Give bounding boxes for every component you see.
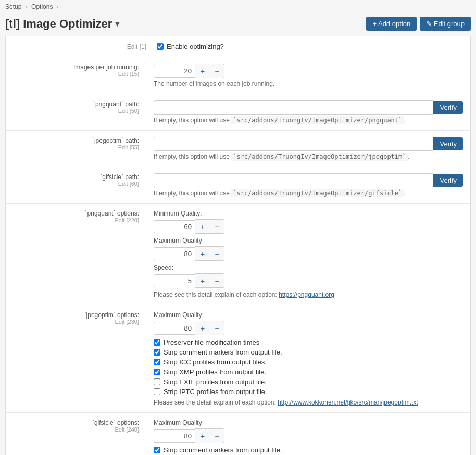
jpegoptim-help-link[interactable]: http://www.kokkonen.net/tjko/src/man/jpe… [278, 399, 418, 406]
pngquant-min-minus[interactable]: − [210, 219, 224, 234]
gifsicle-path-verify[interactable]: Verify [433, 174, 463, 187]
gifsicle-options-content: Maximum Quality: + − Strip comment marke… [146, 413, 470, 455]
jpegoptim-path-row: `jpegoptim` path: Edit [55] Verify If em… [6, 131, 470, 167]
pngquant-help-link[interactable]: https://pngquant.org [279, 291, 334, 298]
gifsicle-options-label: `gifsicle` options: [11, 419, 139, 426]
jpegoptim-max-plus[interactable]: + [195, 321, 210, 335]
jpegoptim-help: Please see the detail explain of each op… [154, 399, 463, 406]
gifsicle-options-edit[interactable]: Edit [240] [11, 426, 139, 433]
edit-group-button[interactable]: ✎ Edit group [420, 17, 471, 31]
jpegoptim-path-verify[interactable]: Verify [433, 137, 463, 150]
jpegoptim-cb-2-input[interactable] [154, 349, 160, 356]
pngquant-options-edit[interactable]: Edit [220] [11, 217, 139, 223]
gifsicle-max-minus[interactable]: − [210, 428, 224, 443]
images-per-job-input[interactable]: 20 [154, 65, 195, 78]
jpegoptim-options-row: `jpegoptim` options: Edit [230] Maximum … [6, 305, 470, 413]
pngquant-path-content: Verify If empty, this option will use `s… [146, 94, 470, 130]
enable-optimizing-checkbox[interactable] [157, 43, 164, 50]
jpegoptim-cb-6-input[interactable] [154, 388, 160, 395]
pngquant-options-label-col: `pngquant` options: Edit [220] [6, 204, 146, 305]
pngquant-max-quality-input[interactable] [154, 247, 195, 260]
jpegoptim-options-label: `jpegoptim` options: [11, 311, 139, 319]
jpegoptim-cb-6: Strip IPTC profiles from output file. [154, 388, 463, 396]
pngquant-path-edit[interactable]: Edit [50] [11, 108, 139, 114]
gifsicle-path-label: `gifsicle` path: [11, 173, 139, 181]
jpegoptim-max-quality-input[interactable] [154, 322, 195, 335]
jpegoptim-cb-1-label: Preserver file modification times [164, 338, 259, 346]
images-per-job-plus[interactable]: + [195, 64, 210, 78]
gifsicle-checkboxes: Strip comment markers from output file. … [154, 446, 463, 455]
jpegoptim-max-quality-label: Maximum Quality: [154, 311, 463, 319]
images-per-job-input-group: 20 + − [154, 64, 463, 78]
pngquant-speed-minus[interactable]: − [210, 273, 224, 288]
jpegoptim-cb-5: Strip EXIF profiles from output file. [154, 378, 463, 386]
jpegoptim-cb-1-input[interactable] [154, 339, 160, 346]
jpegoptim-cb-5-label: Strip EXIF profiles from output file. [164, 378, 267, 386]
pngquant-help: Please see this detail explain of each o… [154, 291, 463, 298]
pngquant-min-quality-input[interactable] [154, 220, 195, 233]
page-header: [tl] Image Optimizer ▾ + Add option ✎ Ed… [0, 14, 476, 36]
pngquant-max-plus[interactable]: + [195, 246, 210, 261]
pngquant-options-row: `pngquant` options: Edit [220] Minimum Q… [6, 204, 470, 305]
jpegoptim-options-label-col: `jpegoptim` options: Edit [230] [6, 305, 146, 412]
gifsicle-options-label-col: `gifsicle` options: Edit [240] [6, 413, 146, 455]
pngquant-options-label: `pngquant` options: [11, 210, 139, 217]
jpegoptim-cb-2-label: Strip comment markers from output file. [164, 348, 282, 356]
pngquant-path-help: If empty, this option will use `src/addo… [154, 117, 463, 124]
jpegoptim-cb-4: Strip XMP profiles from output file. [154, 368, 463, 376]
add-option-button[interactable]: + Add option [366, 17, 417, 31]
jpegoptim-options-content: Maximum Quality: + − Preserver file modi… [146, 305, 470, 412]
gifsicle-options-row: `gifsicle` options: Edit [240] Maximum Q… [6, 413, 470, 455]
pngquant-min-quality-group: + − [154, 219, 463, 234]
gifsicle-max-quality-label: Maximum Quality: [154, 419, 463, 426]
jpegoptim-cb-3-input[interactable] [154, 359, 160, 365]
images-per-job-content: 20 + − The number of images on each job … [146, 57, 470, 94]
breadcrumb: Setup › Options › [0, 0, 476, 14]
pngquant-path-verify[interactable]: Verify [433, 101, 463, 114]
breadcrumb-setup[interactable]: Setup [5, 3, 21, 10]
gifsicle-cb-1-label: Strip comment markers from output file. [164, 446, 282, 454]
pngquant-path-input[interactable] [154, 100, 433, 115]
pngquant-max-quality-group: + − [154, 246, 463, 261]
title-caret: ▾ [115, 19, 119, 29]
jpegoptim-checkboxes: Preserver file modification times Strip … [154, 338, 463, 396]
pngquant-max-quality-label: Maximum Quality: [154, 237, 463, 244]
pngquant-path-row: `pngquant` path: Edit [50] Verify If emp… [6, 94, 470, 131]
jpegoptim-path-label: `jpegoptim` path: [11, 137, 139, 144]
jpegoptim-cb-4-label: Strip XMP profiles from output file. [164, 368, 266, 376]
gifsicle-max-plus[interactable]: + [195, 428, 210, 443]
images-per-job-edit[interactable]: Edit [15] [11, 71, 139, 77]
jpegoptim-cb-4-input[interactable] [154, 369, 160, 375]
breadcrumb-options[interactable]: Options [31, 3, 53, 10]
jpegoptim-cb-3: Strip ICC profiles from output files. [154, 358, 463, 366]
gifsicle-cb-1: Strip comment markers from output file. [154, 446, 463, 454]
jpegoptim-max-quality-group: + − [154, 321, 463, 335]
jpegoptim-path-help: If empty, this option will use `src/addo… [154, 153, 463, 160]
jpegoptim-cb-1: Preserver file modification times [154, 338, 463, 346]
header-buttons: + Add option ✎ Edit group [366, 17, 471, 31]
gifsicle-path-label-col: `gifsicle` path: Edit [60] [6, 167, 146, 203]
pngquant-max-minus[interactable]: − [210, 246, 224, 261]
pngquant-min-plus[interactable]: + [195, 219, 210, 234]
jpegoptim-path-edit[interactable]: Edit [55] [11, 144, 139, 150]
jpegoptim-cb-3-label: Strip ICC profiles from output files. [164, 358, 267, 366]
jpegoptim-path-input[interactable] [154, 137, 433, 151]
gifsicle-path-content: Verify If empty, this option will use `s… [146, 167, 470, 203]
gifsicle-path-row: `gifsicle` path: Edit [60] Verify If emp… [6, 167, 470, 204]
pngquant-speed-input[interactable] [154, 274, 195, 287]
jpegoptim-options-edit[interactable]: Edit [230] [11, 319, 139, 325]
gifsicle-path-edit[interactable]: Edit [60] [11, 181, 139, 187]
jpegoptim-cb-2: Strip comment markers from output file. [154, 348, 463, 356]
images-per-job-label-col: Images per job running: Edit [15] [6, 57, 146, 94]
gifsicle-path-input[interactable] [154, 173, 433, 187]
main-content: Edit [1] Enable optimizing? Images per j… [5, 36, 471, 455]
gifsicle-max-quality-input[interactable] [154, 429, 195, 443]
images-per-job-minus[interactable]: − [210, 64, 224, 78]
jpegoptim-cb-5-input[interactable] [154, 378, 160, 385]
jpegoptim-max-minus[interactable]: − [210, 321, 224, 335]
pngquant-path-input-group: Verify [154, 100, 463, 115]
pngquant-speed-plus[interactable]: + [195, 273, 210, 288]
images-per-job-help: The number of images on each job running… [154, 80, 463, 87]
jpegoptim-path-input-group: Verify [154, 137, 463, 151]
gifsicle-cb-1-input[interactable] [154, 447, 160, 453]
